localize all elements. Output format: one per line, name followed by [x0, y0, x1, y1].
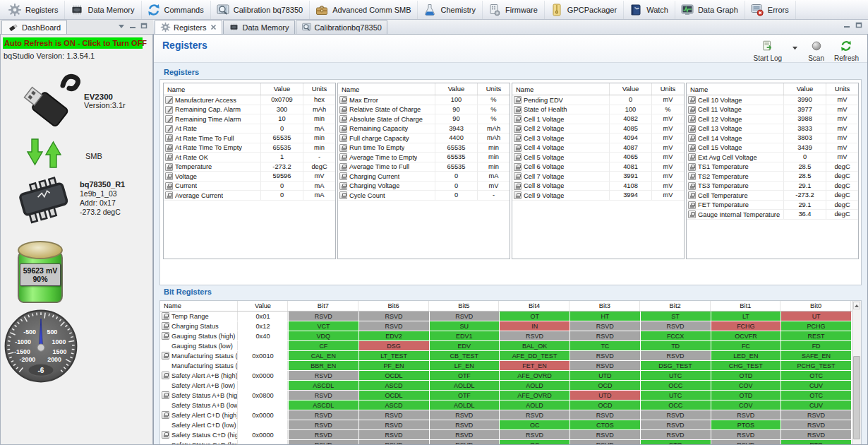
toolbar-item-registers[interactable]: Registers — [3, 1, 65, 19]
view-menu-icon[interactable] — [118, 19, 125, 32]
maximize-icon[interactable] — [855, 18, 862, 31]
bit-register-row[interactable]: Safety Alert C+D (low)RSVDRSVDRSVDOCCTOS… — [160, 420, 861, 429]
table-row[interactable]: TS3 Temperature29.1degC — [687, 182, 858, 191]
table-row[interactable]: Max Error100% — [338, 95, 510, 105]
scan-button[interactable]: Scan — [807, 40, 826, 62]
table-row[interactable]: Cell 3 Voltage4094mV — [512, 134, 684, 143]
scroll-up-icon[interactable] — [853, 302, 860, 309]
table-row[interactable]: Cell 15 Voltage3439mV — [687, 143, 858, 153]
cell-units: mAh — [477, 124, 510, 134]
bit-table-scrollbar[interactable] — [852, 301, 861, 444]
table-row[interactable]: Full charge Capacity4400mAh — [338, 134, 510, 143]
table-row[interactable]: Cell 12 Voltage3988mV — [687, 114, 858, 124]
cell-name: Manufacturing Status (... — [160, 351, 238, 360]
table-row[interactable]: FET Temperature29.1degC — [687, 201, 858, 210]
cell-value[interactable]: 10 — [260, 114, 303, 124]
table-row[interactable]: Cell 5 Voltage4065mV — [512, 153, 684, 162]
table-row[interactable]: Cell Temperature-273.2degC — [687, 191, 858, 201]
bit-register-row[interactable]: Manufacturing Status (...0x0010CAL_ENLT_… — [160, 351, 861, 360]
table-row[interactable]: Remaining Time Alarm10min — [164, 114, 335, 124]
bit-register-row[interactable]: Safety Status C+D (low)RSVDRSVDRSVDOCRSV… — [160, 440, 861, 444]
table-row[interactable]: At Rate0mA — [164, 124, 335, 134]
bit-register-row[interactable]: Safety Alert A+B (high)0x0000RSVDOCDLOTF… — [160, 371, 861, 380]
table-row[interactable]: Manufacturer Access0x0709hex — [164, 95, 335, 105]
table-row[interactable]: Average Time to Empty65535min — [338, 153, 510, 162]
lock-icon — [514, 134, 522, 142]
chevron-down-icon[interactable] — [790, 44, 800, 52]
table-row[interactable]: Average Time to Full65535min — [338, 162, 510, 172]
refresh-button[interactable]: Refresh — [833, 40, 860, 62]
table-row[interactable]: Voltage59596mV — [164, 172, 335, 182]
table-row[interactable]: Cell 10 Voltage3990mV — [687, 95, 858, 105]
table-row[interactable]: Cell 9 Voltage3994mV — [512, 191, 684, 201]
table-row[interactable]: Cell 14 Voltage3803mV — [687, 134, 858, 143]
lock-icon — [162, 352, 169, 360]
table-row[interactable]: Average Current0mA — [164, 191, 335, 201]
minimize-icon[interactable] — [843, 18, 850, 31]
table-row[interactable]: Cell 13 Voltage3833mV — [687, 124, 858, 134]
cell-name: Cell 11 Voltage — [687, 106, 783, 114]
table-row[interactable]: TS2 Temperature28.5degC — [687, 172, 858, 182]
toolbar-item-firmware[interactable]: Firmware — [483, 1, 545, 19]
cell-value[interactable]: 300 — [260, 105, 303, 114]
tab-registers[interactable]: Registers — [155, 20, 222, 34]
table-row[interactable]: Charging Voltage0mV — [338, 182, 510, 191]
toolbar-item-calibration-bq78350[interactable]: Calibration bq78350 — [211, 1, 310, 19]
bit-register-row[interactable]: Safety Status C+D (hig0x0000RSVDRSVDRSVD… — [160, 430, 861, 439]
table-row[interactable]: At Rate Time To Empty65535min — [164, 143, 335, 153]
start-log-button[interactable]: Start Log — [752, 40, 784, 62]
table-row[interactable]: At Rate OK1- — [164, 153, 335, 162]
toolbar-item-gpcpackager[interactable]: GPCPackager — [545, 1, 624, 19]
toolbar-item-advanced-comm-smb[interactable]: Advanced Comm SMB — [310, 1, 418, 19]
tab-data-memory[interactable]: Data Memory — [223, 20, 294, 34]
bit-register-row[interactable]: Charging Status0x12VCTRSVDSUINRSVDRSVDFC… — [160, 321, 861, 331]
table-row[interactable]: Run time To Empty65535min — [338, 143, 510, 153]
close-icon[interactable] — [210, 24, 217, 30]
table-row[interactable]: Remaining Capacity3943mAh — [338, 124, 510, 134]
auto-refresh-banner[interactable]: Auto Refresh is ON - Click to Turn OFF — [3, 37, 143, 49]
minimize-icon[interactable] — [129, 19, 136, 32]
table-row[interactable]: Charging Current0mA — [338, 172, 510, 182]
table-row[interactable]: Relative State of Charge90% — [338, 105, 510, 115]
table-row[interactable]: Cell 11 Voltage3977mV — [687, 105, 858, 115]
table-row[interactable]: TS1 Temperature28.5degC — [687, 162, 858, 172]
table-row[interactable]: Cell 6 Voltage4081mV — [512, 162, 684, 172]
table-row[interactable]: Cell 1 Voltage4082mV — [512, 114, 684, 124]
cell-value[interactable]: 0 — [260, 124, 303, 134]
table-row[interactable]: Cell 7 Voltage3991mV — [512, 172, 684, 182]
bit-register-row[interactable]: Safety Status A+B (hig0x0800RSVDOCDLOTFA… — [160, 391, 861, 400]
cell-value[interactable]: 0x0709 — [260, 95, 303, 105]
tab-calibrationbq78350[interactable]: Calibrationbq78350 — [296, 20, 387, 34]
bit-register-row[interactable]: Safety Status A+B (low)ASCDLASCDAOLDLAOL… — [160, 400, 861, 410]
toolbar-item-commands[interactable]: Commands — [142, 1, 211, 19]
tab-dashboard[interactable]: DashBoard — [1, 20, 67, 34]
scrollbar-thumb[interactable] — [853, 356, 860, 439]
table-row[interactable]: Absolute State of Charge90% — [338, 114, 510, 124]
table-row[interactable]: Gauge Internal Temperature36.4degC — [687, 210, 858, 220]
table-row[interactable]: Cell 2 Voltage4085mV — [512, 124, 684, 134]
bit-register-row[interactable]: Gauging Status (low)CFDSGEDVBAL_OKTCTDFC… — [160, 341, 861, 350]
table-row[interactable]: Remaining Cap. Alarm300mAh — [164, 105, 335, 115]
toolbar-item-data-graph[interactable]: Data Graph — [675, 1, 745, 19]
toolbar-item-errors[interactable]: Errors — [745, 1, 796, 19]
table-row[interactable]: Cell 4 Voltage4087mV — [512, 143, 684, 153]
toolbar-item-data-memory[interactable]: Data Memory — [65, 1, 141, 19]
bit-register-row[interactable]: Manufacturing Status (...BBR_ENPF_ENLF_E… — [160, 361, 861, 370]
table-row[interactable]: Current0mA — [164, 182, 335, 191]
bit-register-row[interactable]: Safety Alert C+D (high)0x0000RSVDRSVDRSV… — [160, 410, 861, 420]
table-row[interactable]: Temperature-273.2degC — [164, 162, 335, 172]
table-row[interactable]: Pending EDV0mV — [512, 95, 684, 105]
bit-register-row[interactable]: Temp Range0x01RSVDRSVDRSVDOTHTSTLTUT — [160, 312, 861, 321]
toolbar-item-chemistry[interactable]: Chemistry — [418, 1, 483, 19]
table-row[interactable]: At Rate Time To Full65535min — [164, 134, 335, 143]
table-row[interactable]: State of Health100% — [512, 105, 684, 115]
toolbar-item-watch[interactable]: Watch — [624, 1, 675, 19]
bit-register-row[interactable]: Safety Alert A+B (low)ASCDLASCDAOLDLAOLD… — [160, 381, 861, 390]
table-row[interactable]: Cell 8 Voltage4108mV — [512, 182, 684, 191]
maximize-icon[interactable] — [140, 19, 147, 32]
bit-register-row[interactable]: Gauging Status (high)0x40VDQEDV2EDV1RSVD… — [160, 331, 861, 340]
bit-cell: RSVD — [430, 440, 500, 444]
cell-name: Cell 3 Voltage — [512, 134, 609, 142]
table-row[interactable]: Ext Avg Cell Voltage0mV — [687, 153, 858, 162]
table-row[interactable]: Cycle Count0- — [338, 191, 510, 201]
